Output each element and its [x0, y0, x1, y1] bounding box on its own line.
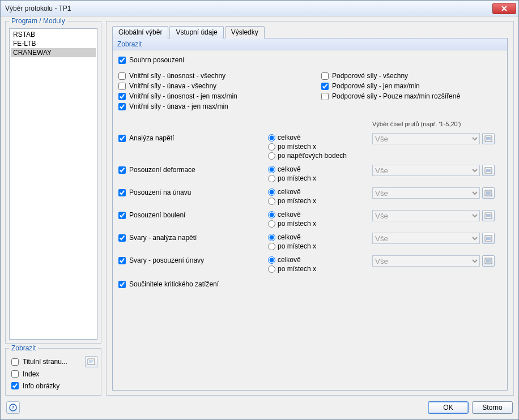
members-select-welds-fatigue[interactable]: Vše: [372, 255, 480, 267]
cancel-button[interactable]: Storno: [472, 401, 513, 414]
radio-label: celkově: [278, 256, 301, 264]
chk-summary[interactable]: [118, 57, 126, 64]
radio-label: po místech x: [278, 197, 316, 205]
radio-fatigue-celkove[interactable]: [268, 188, 275, 196]
pick-members-button-welds-stress[interactable]: [482, 233, 495, 244]
row-welds-stress: Svary - analýza napětícelkověpo místech …: [118, 233, 501, 251]
cancel-button-label: Storno: [482, 404, 502, 412]
lbl-sup-max: Podporové síly - jen max/min: [332, 82, 420, 90]
radio-buckling-po_mistech[interactable]: [268, 220, 275, 228]
radio-welds-fatigue-celkove[interactable]: [268, 256, 275, 264]
pick-members-button-fatigue[interactable]: [482, 187, 495, 199]
pick-members-button-stress-analysis[interactable]: [482, 133, 495, 144]
chk-fatigue[interactable]: [118, 189, 126, 196]
radio-welds-stress-po_mistech[interactable]: [268, 243, 275, 250]
page-icon: [87, 358, 95, 365]
lbl-buckling: Posouzení boulení: [129, 211, 185, 219]
chk-int-unos-all[interactable]: [118, 72, 126, 80]
radio-label: po místech x: [278, 220, 316, 228]
radio-label: celkově: [278, 134, 301, 142]
members-select-deformation[interactable]: Vše: [372, 165, 480, 176]
members-select-welds-stress[interactable]: Vše: [372, 233, 480, 244]
ok-button-label: OK: [443, 404, 453, 412]
chk-int-unav-all[interactable]: [118, 83, 126, 90]
lbl-deformation: Posouzení deformace: [129, 166, 195, 174]
chk-info-images[interactable]: [11, 382, 19, 389]
row-welds-fatigue: Svary - posouzení únavycelkověpo místech…: [118, 255, 501, 273]
tab-content: Souhrn posouzení Vnitřní síly - únosnost…: [113, 50, 507, 294]
left-column: Program / Moduly RSTABFE-LTBCRANEWAY Zob…: [5, 21, 101, 396]
help-button[interactable]: ?: [6, 401, 20, 414]
chk-index[interactable]: [11, 370, 19, 378]
radio-deformation-po_mistech[interactable]: [268, 175, 275, 182]
titlebar: Výběr protokolu - TP1: [1, 1, 518, 16]
module-item[interactable]: FE-LTB: [11, 39, 96, 48]
chk-deformation[interactable]: [118, 166, 126, 174]
pick-members-button-welds-fatigue[interactable]: [482, 255, 495, 267]
group-zobrazit-left: Zobrazit Titulní stranu...: [5, 348, 101, 396]
pick-members-button-buckling[interactable]: [482, 210, 495, 221]
chk-welds-fatigue[interactable]: [118, 257, 126, 264]
tab-global[interactable]: Globální výběr: [112, 26, 168, 38]
chk-sup-max[interactable]: [321, 83, 329, 90]
dialog-window: Výběr protokolu - TP1 Program / Moduly R…: [0, 0, 519, 420]
radio-deformation-celkove[interactable]: [268, 166, 275, 173]
chk-int-unav-max[interactable]: [118, 103, 126, 110]
module-item[interactable]: RSTAB: [11, 30, 96, 39]
chk-welds-stress[interactable]: [118, 234, 126, 242]
tab-results[interactable]: Výsledky: [225, 26, 265, 38]
list-icon: [484, 212, 492, 219]
radio-label: celkově: [278, 211, 301, 218]
radio-stress-analysis-celkove[interactable]: [268, 134, 275, 142]
group-legend-zobrazit: Zobrazit: [9, 344, 38, 352]
chk-sup-all[interactable]: [321, 72, 329, 80]
group-program-modules: Program / Moduly RSTABFE-LTBCRANEWAY: [5, 21, 101, 344]
lbl-index: Index: [23, 370, 39, 378]
radio-label: po místech x: [278, 143, 316, 151]
tab-global-label: Globální výběr: [118, 28, 162, 36]
chk-sup-max-ext[interactable]: [321, 93, 329, 100]
chk-int-unos-max[interactable]: [118, 93, 126, 100]
row-deformation: Posouzení deformacecelkověpo místech xVš…: [118, 165, 501, 183]
members-select-buckling[interactable]: Vše: [372, 210, 480, 221]
chk-titlepage[interactable]: [11, 358, 19, 366]
pick-members-button-deformation[interactable]: [482, 165, 495, 176]
chk-buckling[interactable]: [118, 212, 126, 219]
tab-strip: Globální výběr Vstupní údaje Výsledky: [112, 26, 508, 38]
radio-welds-stress-celkove[interactable]: [268, 234, 275, 241]
tab-input-label: Vstupní údaje: [176, 28, 217, 36]
modules-list[interactable]: RSTABFE-LTBCRANEWAY: [9, 28, 97, 340]
list-icon: [484, 258, 492, 264]
members-select-fatigue[interactable]: Vše: [372, 187, 480, 199]
lbl-stress-analysis: Analýza napětí: [129, 134, 174, 142]
lbl-fatigue: Posouzení na únavu: [129, 188, 191, 196]
group-legend-program: Program / Moduly: [9, 17, 67, 25]
chk-coef[interactable]: [118, 281, 126, 288]
lbl-int-unos-max: Vnitřní síly - únosnost - jen max/min: [129, 92, 237, 100]
edit-titlepage-button[interactable]: [85, 356, 97, 367]
radio-stress-analysis-po_napetovych[interactable]: [268, 152, 275, 160]
lbl-info-images: Info obrázky: [23, 382, 59, 390]
module-item[interactable]: CRANEWAY: [11, 48, 96, 57]
dialog-body: Program / Moduly RSTABFE-LTBCRANEWAY Zob…: [1, 16, 518, 419]
radio-fatigue-po_mistech[interactable]: [268, 198, 275, 205]
lbl-summary: Souhrn posouzení: [129, 56, 184, 64]
radio-label: po místech x: [278, 265, 316, 273]
radio-label: celkově: [278, 188, 301, 196]
tab-input[interactable]: Vstupní údaje: [169, 26, 223, 38]
radio-buckling-celkove[interactable]: [268, 211, 275, 218]
radio-stress-analysis-po_mistech[interactable]: [268, 143, 275, 151]
lbl-int-unos-all: Vnitřní síly - únosnost - všechny: [129, 72, 226, 80]
tab-page-results: Zobrazit Souhrn posouzení Vnitřní síly -…: [112, 38, 508, 391]
radio-label: po místech x: [278, 242, 316, 250]
ok-button[interactable]: OK: [428, 401, 469, 414]
chk-stress-analysis[interactable]: [118, 135, 126, 142]
upper-area: Program / Moduly RSTABFE-LTBCRANEWAY Zob…: [5, 21, 514, 396]
radio-welds-fatigue-po_mistech[interactable]: [268, 265, 275, 273]
window-title: Výběr protokolu - TP1: [5, 5, 492, 12]
close-button[interactable]: [492, 3, 516, 14]
lbl-welds-stress: Svary - analýza napětí: [129, 234, 197, 242]
members-select-stress-analysis[interactable]: Vše: [372, 133, 480, 144]
radio-label: celkově: [278, 233, 301, 241]
button-bar: ? OK Storno: [5, 399, 514, 415]
